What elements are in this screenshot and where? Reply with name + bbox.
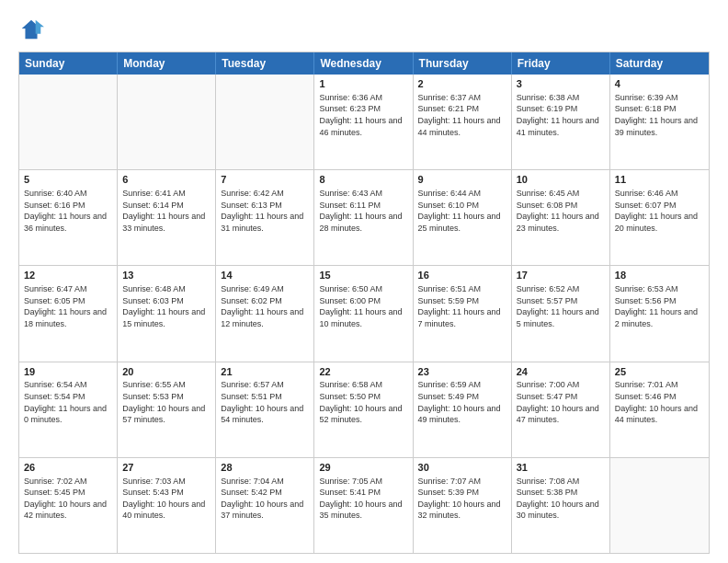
day-number: 22 (319, 365, 407, 379)
calendar-cell (19, 75, 118, 169)
day-number: 5 (24, 173, 112, 187)
header-cell-monday: Monday (118, 52, 216, 75)
calendar-cell: 4Sunrise: 6:39 AM Sunset: 6:18 PM Daylig… (610, 75, 709, 169)
day-info: Sunrise: 7:05 AM Sunset: 5:41 PM Dayligh… (319, 476, 407, 522)
day-info: Sunrise: 6:48 AM Sunset: 6:03 PM Dayligh… (122, 283, 210, 329)
day-info: Sunrise: 6:53 AM Sunset: 5:56 PM Dayligh… (615, 283, 704, 329)
calendar-cell: 13Sunrise: 6:48 AM Sunset: 6:03 PM Dayli… (118, 266, 216, 361)
day-info: Sunrise: 6:47 AM Sunset: 6:05 PM Dayligh… (24, 283, 112, 329)
calendar-cell: 29Sunrise: 7:05 AM Sunset: 5:41 PM Dayli… (314, 458, 413, 553)
calendar-cell: 17Sunrise: 6:52 AM Sunset: 5:57 PM Dayli… (512, 266, 610, 361)
calendar-cell: 11Sunrise: 6:46 AM Sunset: 6:07 PM Dayli… (610, 170, 709, 265)
logo (18, 17, 48, 42)
calendar-cell: 15Sunrise: 6:50 AM Sunset: 6:00 PM Dayli… (314, 266, 413, 361)
calendar-cell: 26Sunrise: 7:02 AM Sunset: 5:45 PM Dayli… (19, 458, 118, 553)
day-info: Sunrise: 7:03 AM Sunset: 5:43 PM Dayligh… (122, 476, 210, 522)
day-number: 1 (319, 77, 407, 91)
calendar-cell: 9Sunrise: 6:44 AM Sunset: 6:10 PM Daylig… (414, 170, 512, 265)
day-number: 14 (221, 269, 309, 282)
day-info: Sunrise: 6:49 AM Sunset: 6:02 PM Dayligh… (221, 283, 309, 329)
day-number: 6 (122, 173, 210, 187)
day-number: 24 (517, 365, 605, 379)
calendar-cell: 27Sunrise: 7:03 AM Sunset: 5:43 PM Dayli… (118, 458, 216, 553)
day-number: 26 (24, 461, 112, 475)
day-number: 13 (122, 269, 210, 282)
day-number: 28 (221, 461, 309, 475)
day-info: Sunrise: 6:51 AM Sunset: 5:59 PM Dayligh… (418, 283, 506, 329)
calendar-row-4: 26Sunrise: 7:02 AM Sunset: 5:45 PM Dayli… (19, 457, 709, 553)
calendar-row-0: 1Sunrise: 6:36 AM Sunset: 6:23 PM Daylig… (19, 75, 709, 169)
day-info: Sunrise: 7:04 AM Sunset: 5:42 PM Dayligh… (221, 476, 309, 522)
day-info: Sunrise: 6:42 AM Sunset: 6:13 PM Dayligh… (221, 188, 309, 234)
calendar-cell (216, 75, 314, 169)
day-info: Sunrise: 6:59 AM Sunset: 5:49 PM Dayligh… (418, 379, 506, 425)
calendar-cell: 14Sunrise: 6:49 AM Sunset: 6:02 PM Dayli… (216, 266, 314, 361)
header-cell-saturday: Saturday (610, 52, 709, 75)
day-number: 29 (319, 461, 407, 475)
day-number: 4 (615, 77, 704, 91)
calendar-cell: 23Sunrise: 6:59 AM Sunset: 5:49 PM Dayli… (414, 362, 512, 457)
day-info: Sunrise: 6:50 AM Sunset: 6:00 PM Dayligh… (319, 283, 407, 329)
calendar-cell: 25Sunrise: 7:01 AM Sunset: 5:46 PM Dayli… (610, 362, 709, 457)
day-info: Sunrise: 6:39 AM Sunset: 6:18 PM Dayligh… (615, 92, 704, 138)
header-cell-sunday: Sunday (19, 52, 118, 75)
calendar-cell: 18Sunrise: 6:53 AM Sunset: 5:56 PM Dayli… (610, 266, 709, 361)
calendar-body: 1Sunrise: 6:36 AM Sunset: 6:23 PM Daylig… (19, 75, 709, 553)
day-info: Sunrise: 7:08 AM Sunset: 5:38 PM Dayligh… (517, 476, 605, 522)
day-info: Sunrise: 6:52 AM Sunset: 5:57 PM Dayligh… (517, 283, 605, 329)
calendar-cell: 30Sunrise: 7:07 AM Sunset: 5:39 PM Dayli… (414, 458, 512, 553)
day-number: 8 (319, 173, 407, 187)
day-number: 3 (517, 77, 605, 91)
day-info: Sunrise: 6:43 AM Sunset: 6:11 PM Dayligh… (319, 188, 407, 234)
day-number: 9 (418, 173, 506, 187)
day-number: 2 (418, 77, 506, 91)
calendar-cell: 22Sunrise: 6:58 AM Sunset: 5:50 PM Dayli… (314, 362, 413, 457)
calendar-cell: 2Sunrise: 6:37 AM Sunset: 6:21 PM Daylig… (414, 75, 512, 169)
calendar-cell (118, 75, 216, 169)
calendar-cell: 31Sunrise: 7:08 AM Sunset: 5:38 PM Dayli… (512, 458, 610, 553)
day-number: 16 (418, 269, 506, 282)
calendar-cell: 3Sunrise: 6:38 AM Sunset: 6:19 PM Daylig… (512, 75, 610, 169)
day-info: Sunrise: 6:41 AM Sunset: 6:14 PM Dayligh… (122, 188, 210, 234)
day-info: Sunrise: 7:01 AM Sunset: 5:46 PM Dayligh… (615, 379, 704, 425)
day-info: Sunrise: 7:02 AM Sunset: 5:45 PM Dayligh… (24, 476, 112, 522)
svg-marker-1 (36, 20, 44, 34)
calendar-cell: 19Sunrise: 6:54 AM Sunset: 5:54 PM Dayli… (19, 362, 118, 457)
page: SundayMondayTuesdayWednesdayThursdayFrid… (0, 0, 728, 563)
calendar-row-3: 19Sunrise: 6:54 AM Sunset: 5:54 PM Dayli… (19, 362, 709, 457)
day-info: Sunrise: 6:54 AM Sunset: 5:54 PM Dayligh… (24, 379, 112, 425)
calendar-cell: 8Sunrise: 6:43 AM Sunset: 6:11 PM Daylig… (314, 170, 413, 265)
calendar-cell: 7Sunrise: 6:42 AM Sunset: 6:13 PM Daylig… (216, 170, 314, 265)
day-info: Sunrise: 6:36 AM Sunset: 6:23 PM Dayligh… (319, 92, 407, 138)
day-number: 27 (122, 461, 210, 475)
calendar-row-1: 5Sunrise: 6:40 AM Sunset: 6:16 PM Daylig… (19, 169, 709, 265)
calendar-cell: 12Sunrise: 6:47 AM Sunset: 6:05 PM Dayli… (19, 266, 118, 361)
header-cell-friday: Friday (512, 52, 610, 75)
logo-icon (18, 17, 44, 42)
calendar-cell: 1Sunrise: 6:36 AM Sunset: 6:23 PM Daylig… (314, 75, 413, 169)
calendar-header-row: SundayMondayTuesdayWednesdayThursdayFrid… (19, 52, 709, 75)
calendar-cell: 21Sunrise: 6:57 AM Sunset: 5:51 PM Dayli… (216, 362, 314, 457)
day-number: 31 (517, 461, 605, 475)
day-number: 17 (517, 269, 605, 282)
header (18, 17, 710, 42)
day-info: Sunrise: 7:00 AM Sunset: 5:47 PM Dayligh… (517, 379, 605, 425)
calendar-cell: 16Sunrise: 6:51 AM Sunset: 5:59 PM Dayli… (414, 266, 512, 361)
day-info: Sunrise: 6:40 AM Sunset: 6:16 PM Dayligh… (24, 188, 112, 234)
day-info: Sunrise: 6:46 AM Sunset: 6:07 PM Dayligh… (615, 188, 704, 234)
calendar-cell (610, 458, 709, 553)
calendar-cell: 20Sunrise: 6:55 AM Sunset: 5:53 PM Dayli… (118, 362, 216, 457)
header-cell-tuesday: Tuesday (216, 52, 314, 75)
day-number: 7 (221, 173, 309, 187)
header-cell-thursday: Thursday (414, 52, 512, 75)
header-cell-wednesday: Wednesday (314, 52, 413, 75)
day-info: Sunrise: 6:55 AM Sunset: 5:53 PM Dayligh… (122, 379, 210, 425)
day-number: 30 (418, 461, 506, 475)
day-number: 23 (418, 365, 506, 379)
day-info: Sunrise: 7:07 AM Sunset: 5:39 PM Dayligh… (418, 476, 506, 522)
day-info: Sunrise: 6:58 AM Sunset: 5:50 PM Dayligh… (319, 379, 407, 425)
day-number: 11 (615, 173, 704, 187)
day-info: Sunrise: 6:37 AM Sunset: 6:21 PM Dayligh… (418, 92, 506, 138)
day-info: Sunrise: 6:38 AM Sunset: 6:19 PM Dayligh… (517, 92, 605, 138)
day-number: 10 (517, 173, 605, 187)
